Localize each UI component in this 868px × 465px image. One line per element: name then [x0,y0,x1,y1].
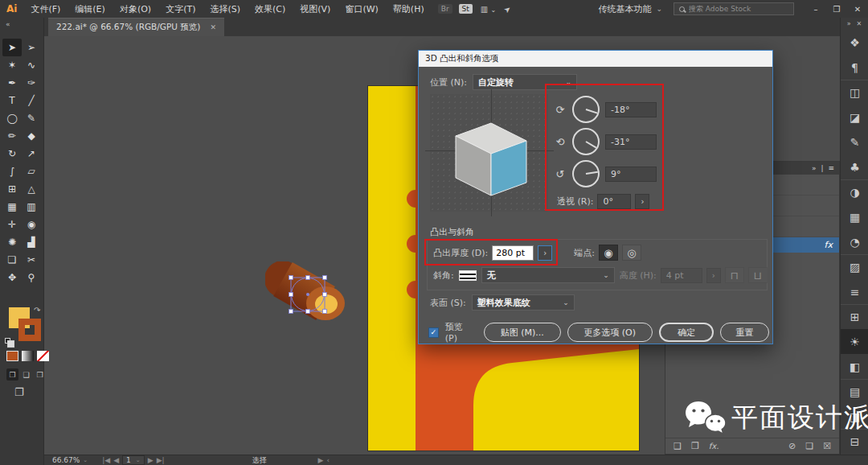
paragraph-icon[interactable]: ¶ [841,55,868,80]
draw-behind-mode-icon[interactable]: ❑ [20,368,32,381]
materials-3d-icon[interactable]: ◪ [841,105,868,130]
lasso-tool[interactable]: ∿ [22,56,41,74]
menu-window[interactable]: 窗口(W) [338,3,385,15]
screen-mode-icon[interactable]: ❐ [14,386,24,398]
menu-help[interactable]: 帮助(H) [386,3,432,15]
menu-edit[interactable]: 编辑(E) [68,3,113,15]
paper-plane-icon[interactable]: ➤ [504,5,510,14]
close-button[interactable]: ✕ [847,5,868,14]
swatches-icon[interactable]: ▦ [841,204,868,229]
stock-badge[interactable]: St [459,4,473,14]
default-fill-stroke-icon[interactable] [5,338,10,344]
pattern-icon[interactable]: ▨ [841,254,868,279]
panel-collapse-icon[interactable]: » [812,164,817,172]
arrange-documents-icon[interactable]: ▥ ⌄ [481,5,496,14]
zoom-tool[interactable]: ⚲ [22,269,41,286]
dock-close-icon[interactable]: ✕ [857,20,862,27]
ellipse-tool[interactable]: ◯ [2,109,22,127]
shape-builder-tool[interactable]: ⊞ [2,180,22,198]
duplicate-item-icon[interactable]: ❏ [805,441,813,451]
surface-dropdown[interactable]: 塑料效果底纹 ⌄ [472,294,575,311]
mesh-tool[interactable]: ▦ [2,198,22,216]
type-tool[interactable]: T [2,92,22,109]
tab-close-icon[interactable]: ✕ [210,23,216,31]
next-artboard-icon[interactable]: ▶ [148,456,154,464]
graph-tool[interactable]: ▟ [22,233,41,251]
width-tool[interactable]: ∫ [2,163,22,180]
gradient-button[interactable] [22,351,34,361]
pencil-tool[interactable]: ✏ [2,127,22,145]
map-art-button[interactable]: 贴图 (M)... [484,323,561,342]
brushes-icon[interactable]: ✎ [841,130,868,154]
zoom-caret-icon[interactable]: ⌄ [83,457,88,463]
artboard-tool[interactable]: ❏ [2,251,22,269]
document-tab[interactable]: 222.ai* @ 66.67% (RGB/GPU 预览) ✕ [48,18,224,36]
perspective-grid-tool[interactable]: △ [22,180,41,198]
appearance-icon[interactable]: ☀ [841,329,868,354]
eyedropper-tool[interactable]: ✛ [2,216,22,233]
rotate-tool[interactable]: ↻ [2,145,22,163]
dialog-title[interactable]: 3D 凸出和斜角选项 [419,51,772,67]
extruded-cylinder-object[interactable] [265,261,358,335]
artboards-icon[interactable]: ◫ [841,80,868,105]
status-arrow-icon[interactable]: ▶ [318,456,324,464]
fx-menu-icon[interactable]: fx. [709,442,719,451]
line-tool[interactable]: ╱ [22,92,41,109]
menu-select[interactable]: 选择(S) [203,3,248,15]
menu-file[interactable]: 文件(F) [23,3,68,15]
track-cube[interactable] [441,107,538,202]
preview-checkbox[interactable]: ✓ [428,327,439,338]
hand-tool[interactable]: ✥ [2,269,22,286]
thumbnail-small-icon[interactable]: ❑ [674,441,682,451]
track-cube-preview[interactable] [430,94,548,212]
symbols-icon[interactable]: ♣ [841,154,868,179]
clear-appearance-icon[interactable]: ⊘ [788,441,796,451]
panel-menu-icon[interactable]: ≡ [828,164,834,172]
draw-inside-mode-icon[interactable]: ❒ [34,368,46,381]
transform-icon[interactable]: ⊞ [841,304,868,329]
scale-tool[interactable]: ↗ [22,145,41,163]
menu-effect[interactable]: 效果(C) [248,3,293,15]
zoom-level[interactable]: 66.67% [52,456,80,464]
dock-expand-icon[interactable]: » [847,20,851,27]
minimize-button[interactable]: – [805,5,826,14]
swap-fill-stroke-icon[interactable]: ↷ [34,306,40,315]
prev-artboard-icon[interactable]: ◀ [113,456,119,464]
status-back-icon[interactable]: ‹ [327,456,330,464]
free-transform-tool[interactable]: ▱ [22,163,41,180]
search-input[interactable] [689,5,788,13]
gradient-icon[interactable]: ◔ [841,229,868,254]
toolbar-collapse-icon[interactable]: « [6,20,10,28]
blend-tool[interactable]: ◉ [22,216,41,233]
stock-search-box[interactable] [674,2,794,15]
magic-wand-tool[interactable]: ✶ [2,56,22,74]
menu-view[interactable]: 视图(V) [293,3,338,15]
more-options-button[interactable]: 更多选项 (O) [567,323,653,342]
curvature-tool[interactable]: ✑ [22,74,41,92]
stroke-swatch[interactable] [18,319,41,341]
layers-icon[interactable]: ❖ [841,30,868,55]
cap-solid-button[interactable]: ◉ [599,245,618,261]
eraser-tool[interactable]: ◆ [22,127,41,145]
artboard-number-box[interactable]: 1 ⌄ [122,455,145,465]
color-icon[interactable]: ◑ [841,179,868,204]
slice-tool[interactable]: ✂ [22,251,41,269]
bevel-dropdown[interactable]: 无 ⌄ [481,267,615,283]
thumbnail-large-icon[interactable]: ❒ [691,441,699,451]
direct-selection-tool[interactable]: ➢ [22,39,41,56]
stroke-icon[interactable]: ≡ [841,279,868,304]
reset-button[interactable]: 重置 [720,323,769,342]
restore-button[interactable]: ❐ [826,5,847,14]
paintbrush-tool[interactable]: ✎ [22,109,41,127]
none-button[interactable] [37,351,49,361]
workspace-switcher[interactable]: 传统基本功能 ⌄ [598,3,662,15]
gradient-tool[interactable]: ▥ [22,198,41,216]
color-button[interactable] [6,351,18,361]
delete-item-icon[interactable]: ☒ [823,441,831,451]
menu-type[interactable]: 文字(T) [158,3,203,15]
last-artboard-icon[interactable]: ▶| [157,456,165,464]
cap-hollow-button[interactable]: ◎ [622,245,641,261]
first-artboard-icon[interactable]: |◀ [102,456,110,464]
bridge-badge[interactable]: Br [438,4,452,14]
symbol-sprayer-tool[interactable]: ✺ [2,233,22,251]
